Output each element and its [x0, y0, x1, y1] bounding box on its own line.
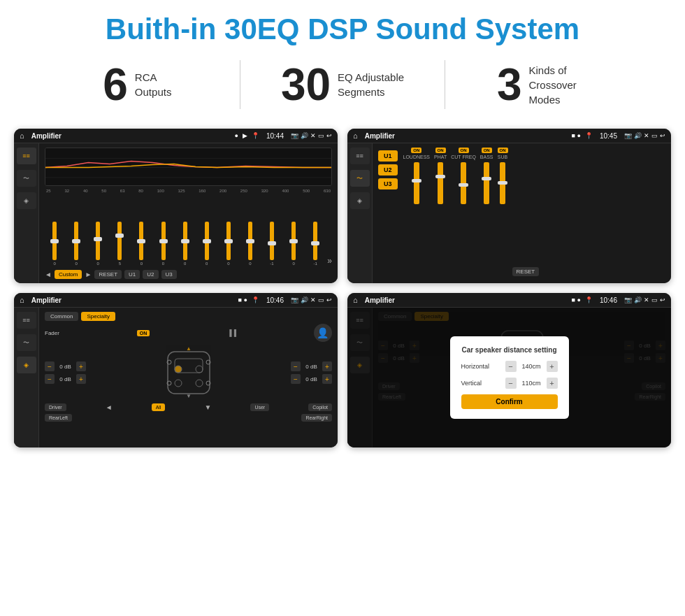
fader-db-plus-2[interactable]: + — [322, 361, 332, 371]
eq-slider-1[interactable]: 0 — [66, 222, 86, 266]
fader-db-plus-0[interactable]: + — [76, 361, 86, 371]
phat-track[interactable] — [438, 162, 443, 204]
crossover-status-icons: 📷 🔊 ✕ ▭ ↩ — [624, 132, 665, 139]
stat-crossover-number: 3 — [497, 62, 522, 107]
dialog-screen-body: ≡≡ 〜 ◈ Common Specialty −0 dB+ −0 dB+ — [347, 308, 671, 447]
eq-slider-0[interactable]: 0 — [45, 222, 64, 266]
dialog-confirm-button[interactable]: Confirm — [461, 394, 558, 409]
stat-eq: 30 EQ Adjustable Segments — [247, 62, 438, 107]
eq-slider-12[interactable]: -1 — [305, 222, 325, 266]
eq-next-btn[interactable]: ► — [85, 271, 92, 278]
eq-content: 253240 506380 100125160 200250320 400500… — [39, 143, 338, 283]
dialog-time: 10:46 — [600, 296, 617, 304]
fader-db-row-3: − 0 dB + — [291, 374, 332, 384]
fader-person-icon[interactable]: 👤 — [314, 324, 332, 342]
cutfreq-on[interactable]: ON — [459, 148, 469, 153]
fader-all-btn[interactable]: All — [152, 403, 166, 411]
fader-db-minus-0[interactable]: − — [45, 361, 55, 371]
crossover-sidebar-vol-btn[interactable]: ◈ — [350, 192, 370, 209]
phat-label: PHAT — [434, 155, 447, 159]
crossover-reset-container: RESET — [512, 267, 540, 279]
eq-slider-3[interactable]: 5 — [110, 222, 129, 266]
phat-on[interactable]: ON — [435, 148, 446, 153]
eq-custom-btn[interactable]: Custom — [55, 270, 82, 279]
sub-on[interactable]: ON — [498, 148, 508, 153]
eq-slider-2[interactable]: 0 — [88, 222, 108, 266]
fader-db-minus-3[interactable]: − — [291, 374, 301, 384]
eq-u2-btn[interactable]: U2 — [143, 270, 158, 279]
eq-slider-6[interactable]: 0 — [175, 222, 195, 266]
eq-slider-11[interactable]: 0 — [284, 222, 303, 266]
loudness-on[interactable]: ON — [411, 148, 421, 153]
fader-db-plus-1[interactable]: + — [76, 374, 86, 384]
eq-slider-4[interactable]: 0 — [131, 222, 151, 266]
eq-sidebar-eq-btn[interactable]: ≡≡ — [17, 148, 36, 164]
eq-back-icon[interactable]: ↩ — [326, 132, 332, 139]
fader-location-icon: 📍 — [252, 296, 259, 303]
fader-driver-btn[interactable]: Driver — [45, 403, 66, 411]
crossover-sidebar-wave-btn[interactable]: 〜 — [350, 170, 370, 187]
eq-slider-7[interactable]: 0 — [197, 222, 217, 266]
fader-sidebar-eq-btn[interactable]: ≡≡ — [17, 312, 36, 329]
dialog-horizontal-label: Horizontal — [461, 363, 490, 370]
eq-u3-btn[interactable]: U3 — [161, 270, 177, 279]
eq-sidebar-wave-btn[interactable]: 〜 — [17, 170, 36, 187]
dialog-title: Car speaker distance setting — [461, 346, 558, 354]
sub-track[interactable] — [500, 162, 505, 204]
fader-back-icon[interactable]: ↩ — [326, 296, 332, 303]
crossover-sidebar-eq-btn[interactable]: ≡≡ — [350, 148, 370, 164]
fader-car-area: − 0 dB + − 0 dB + — [45, 345, 332, 401]
svg-point-8 — [175, 380, 182, 387]
eq-slider-9[interactable]: 0 — [240, 222, 260, 266]
dialog-vertical-plus[interactable]: + — [547, 378, 558, 389]
fader-on-badge[interactable]: ON — [137, 330, 150, 336]
eq-slider-5[interactable]: 0 — [153, 222, 173, 266]
bass-label: BASS — [480, 155, 493, 159]
bass-track[interactable] — [484, 162, 489, 204]
fader-db-val-1: 0 dB — [57, 376, 74, 382]
home-icon[interactable]: ⌂ — [20, 131, 24, 140]
eq-prev-btn[interactable]: ◄ — [45, 271, 52, 278]
fader-rearleft-btn[interactable]: RearLeft — [45, 414, 72, 422]
dialog-vertical-minus[interactable]: − — [505, 378, 517, 389]
crossover-u3-btn[interactable]: U3 — [378, 178, 398, 189]
speaker-distance-dialog: Car speaker distance setting Horizontal … — [450, 336, 569, 419]
dialog-horizontal-minus[interactable]: − — [505, 361, 517, 372]
eq-sidebar-vol-btn[interactable]: ◈ — [17, 192, 36, 209]
eq-more-btn[interactable]: » — [327, 256, 332, 266]
fader-rearright-btn[interactable]: RearRight — [301, 414, 332, 422]
crossover-reset-btn[interactable]: RESET — [512, 267, 540, 276]
fader-db-minus-2[interactable]: − — [291, 361, 301, 371]
dialog-horizontal-plus[interactable]: + — [547, 361, 558, 372]
bass-on[interactable]: ON — [482, 148, 492, 153]
crossover-u1-btn[interactable]: U1 — [378, 150, 398, 162]
eq-u1-btn[interactable]: U1 — [124, 270, 140, 279]
cutfreq-track[interactable] — [461, 162, 466, 204]
eq-slider-10[interactable]: -1 — [262, 222, 282, 266]
dialog-back-icon[interactable]: ↩ — [660, 296, 665, 303]
fader-user-btn[interactable]: User — [250, 403, 269, 411]
fader-db-plus-3[interactable]: + — [322, 374, 332, 384]
fader-specialty-tab[interactable]: Specialty — [81, 312, 115, 321]
fader-copilot-btn[interactable]: Copilot — [308, 403, 332, 411]
eq-slider-8[interactable]: 0 — [219, 222, 238, 266]
fader-label: Fader — [45, 330, 59, 336]
dialog-vertical-row: Vertical − 110cm + — [461, 378, 558, 389]
crossover-back-icon[interactable]: ↩ — [660, 132, 665, 139]
fader-home-icon[interactable]: ⌂ — [20, 296, 24, 304]
stat-rca-label: RCA Outputs — [135, 70, 172, 99]
crossover-home-icon[interactable]: ⌂ — [353, 131, 358, 140]
loudness-track[interactable] — [414, 162, 419, 204]
eq-reset-btn[interactable]: RESET — [94, 270, 122, 279]
dialog-overlay: Car speaker distance setting Horizontal … — [347, 308, 671, 447]
dialog-home-icon[interactable]: ⌂ — [353, 296, 358, 304]
fader-sidebar-wave-btn[interactable]: 〜 — [17, 334, 36, 351]
crossover-u2-btn[interactable]: U2 — [378, 164, 398, 176]
crossover-time: 10:45 — [600, 132, 617, 140]
fader-bottom-row2: RearLeft RearRight — [45, 414, 332, 422]
cutfreq-label: CUT FREQ — [451, 155, 476, 159]
fader-common-tab[interactable]: Common — [45, 312, 78, 321]
fader-sidebar-vol-btn[interactable]: ◈ — [17, 357, 36, 373]
eq-screen: ⌂ Amplifier ● ▶ 📍 10:44 📷 🔊 ✕ ▭ ↩ ≡≡ 〜 ◈ — [14, 129, 338, 283]
fader-db-minus-1[interactable]: − — [45, 374, 55, 384]
